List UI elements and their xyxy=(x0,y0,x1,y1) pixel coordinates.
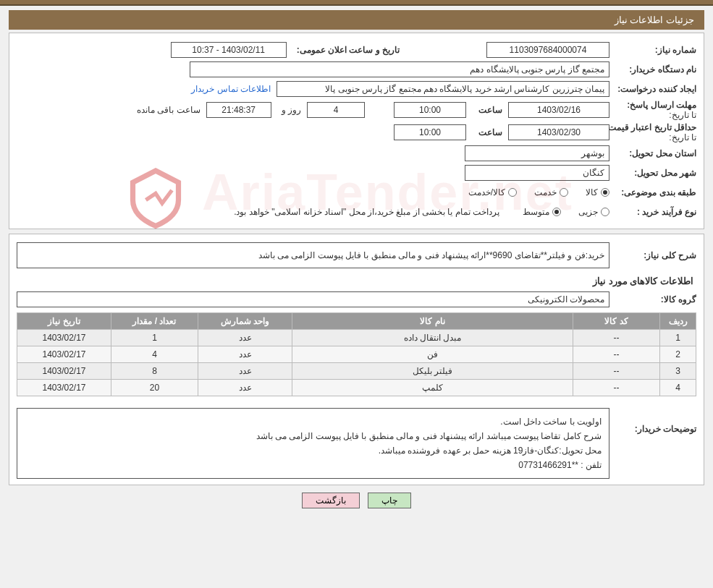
province-field: بوشهر xyxy=(465,145,609,161)
need-desc-field: خرید:فن و فیلتر**تقاضای 9690**ارائه پیشن… xyxy=(17,242,609,268)
table-row: 4--کلمپعدد201403/02/17 xyxy=(17,380,696,396)
deadline-time-field: 10:00 xyxy=(394,102,466,118)
remarks-line-1: اولویت با ساخت داخل است. xyxy=(25,414,602,429)
table-row: 1--مبدل انتقال دادهعدد11403/02/17 xyxy=(17,330,696,346)
remarks-line-3: محل تحویل:کنگان-فاز19 هزینه حمل بر عهده … xyxy=(25,443,602,458)
table-header-row: ردیف کد کالا نام کالا واحد شمارش تعداد /… xyxy=(17,313,696,330)
table-cell: -- xyxy=(573,330,660,346)
days-remaining-field: 4 xyxy=(307,102,365,118)
radio-goods-service[interactable]: کالا/خدمت xyxy=(468,187,517,197)
goods-group-field: محصولات الکترونیکی xyxy=(17,291,609,307)
col-row: ردیف xyxy=(660,313,696,330)
radio-partial[interactable]: جزیی xyxy=(578,207,609,217)
radio-service[interactable]: خدمت xyxy=(534,187,568,197)
table-cell: -- xyxy=(573,346,660,363)
table-cell: 1 xyxy=(660,330,696,346)
creator-label: ایجاد کننده درخواست: xyxy=(609,84,696,94)
contact-link[interactable]: اطلاعات تماس خریدار xyxy=(191,84,271,94)
remaining-suffix: ساعت باقی مانده xyxy=(132,105,201,115)
table-cell: -- xyxy=(573,363,660,380)
table-cell: کلمپ xyxy=(292,380,573,396)
remarks-box: اولویت با ساخت داخل است. شرح کامل تقاضا … xyxy=(17,408,609,479)
table-cell: 3 xyxy=(660,363,696,380)
radio-partial-label: جزیی xyxy=(578,207,598,217)
time-label-1: ساعت xyxy=(466,105,502,115)
radio-medium[interactable]: متوسط xyxy=(523,207,561,217)
to-date-text: تا تاریخ: xyxy=(614,110,696,120)
table-cell: -- xyxy=(573,380,660,396)
page-title: جزئیات اطلاعات نیاز xyxy=(9,10,704,30)
countdown-field: 21:48:37 xyxy=(206,102,271,118)
table-cell: عدد xyxy=(198,330,292,346)
col-unit: واحد شمارش xyxy=(198,313,292,330)
creator-field: پیمان چترزرین کارشناس ارشد خرید پالایشگا… xyxy=(277,81,609,97)
category-radio-group: کالا خدمت کالا/خدمت xyxy=(454,187,609,197)
table-cell: عدد xyxy=(198,346,292,363)
col-code: کد کالا xyxy=(573,313,660,330)
remarks-line-2: شرح کامل تقاضا پیوست میباشد ارائه پیشنها… xyxy=(25,429,602,443)
city-field: کنگان xyxy=(465,165,609,181)
need-number-field: 1103097684000074 xyxy=(486,42,609,58)
radio-medium-label: متوسط xyxy=(523,207,549,217)
radio-dot-icon xyxy=(601,188,609,197)
price-validity-text: حداقل تاریخ اعتبار قیمت: xyxy=(605,122,696,132)
table-cell: عدد xyxy=(198,363,292,380)
table-cell: فیلتر بلیکل xyxy=(292,363,573,380)
announce-label: تاریخ و ساعت اعلان عمومی: xyxy=(292,45,400,55)
process-radio-group: جزیی متوسط xyxy=(508,207,609,217)
table-cell: فن xyxy=(292,346,573,363)
buyer-org-field: مجتمع گاز پارس جنوبی پالایشگاه دهم xyxy=(190,61,609,77)
need-number-label: شماره نیاز: xyxy=(609,45,696,55)
print-button[interactable]: چاپ xyxy=(368,493,411,508)
category-label: طبقه بندی موضوعی: xyxy=(609,187,696,197)
radio-goods-label: کالا xyxy=(586,187,598,197)
radio-dot-icon xyxy=(601,208,609,216)
to-date-text-2: تا تاریخ: xyxy=(614,132,696,142)
col-name: نام کالا xyxy=(292,313,573,330)
col-date: تاریخ نیاز xyxy=(17,313,111,330)
table-cell: 1403/02/17 xyxy=(17,330,111,346)
process-label: نوع فرآیند خرید : xyxy=(609,207,696,217)
col-qty: تعداد / مقدار xyxy=(111,313,198,330)
radio-service-label: خدمت xyxy=(534,187,557,197)
radio-goods-service-label: کالا/خدمت xyxy=(468,187,505,197)
table-row: 2--فنعدد41403/02/17 xyxy=(17,346,696,363)
table-cell: 4 xyxy=(111,346,198,363)
goods-info-title: اطلاعات کالاهای مورد نیاز xyxy=(20,276,693,286)
buyer-org-label: نام دستگاه خریدار: xyxy=(609,64,696,74)
radio-goods[interactable]: کالا xyxy=(586,187,609,197)
time-label-2: ساعت xyxy=(466,127,502,137)
table-cell: 1403/02/17 xyxy=(17,346,111,363)
table-cell: عدد xyxy=(198,380,292,396)
radio-dot-icon xyxy=(552,208,561,216)
radio-dot-icon xyxy=(508,188,517,197)
table-cell: 20 xyxy=(111,380,198,396)
table-cell: مبدل انتقال داده xyxy=(292,330,573,346)
need-desc-label: شرح کلی نیاز: xyxy=(609,250,696,260)
table-cell: 1 xyxy=(111,330,198,346)
top-stripe xyxy=(0,0,713,6)
remarks-label: توضیحات خریدار: xyxy=(609,402,696,434)
table-row: 3--فیلتر بلیکلعدد81403/02/17 xyxy=(17,363,696,380)
price-time-field: 10:00 xyxy=(394,124,466,140)
table-cell: 4 xyxy=(660,380,696,396)
table-cell: 1403/02/17 xyxy=(17,363,111,380)
table-cell: 1403/02/17 xyxy=(17,380,111,396)
button-row: چاپ بازگشت xyxy=(0,493,713,508)
info-panel: AriaTender.net شماره نیاز: 1103097684000… xyxy=(9,33,704,229)
goods-group-label: گروه کالا: xyxy=(609,294,696,304)
remarks-line-4: تلفن : **07731466291 xyxy=(25,458,602,472)
deadline-send-text: مهلت ارسال پاسخ: xyxy=(627,100,696,110)
announce-field: 1403/02/11 - 10:37 xyxy=(171,42,287,58)
process-note: پرداخت تمام یا بخشی از مبلغ خرید،از محل … xyxy=(234,207,499,217)
days-label: روز و xyxy=(277,105,301,115)
goods-panel: شرح کلی نیاز: خرید:فن و فیلتر**تقاضای 96… xyxy=(9,234,704,485)
city-label: شهر محل تحویل: xyxy=(609,168,696,178)
deadline-date-field: 1403/02/16 xyxy=(508,102,609,118)
deadline-label: مهلت ارسال پاسخ: تا تاریخ: xyxy=(609,100,696,120)
back-button[interactable]: بازگشت xyxy=(302,493,360,508)
price-date-field: 1403/02/30 xyxy=(508,124,609,140)
province-label: استان محل تحویل: xyxy=(609,148,696,158)
price-validity-label: حداقل تاریخ اعتبار قیمت: تا تاریخ: xyxy=(609,122,696,142)
radio-dot-icon xyxy=(560,188,568,197)
